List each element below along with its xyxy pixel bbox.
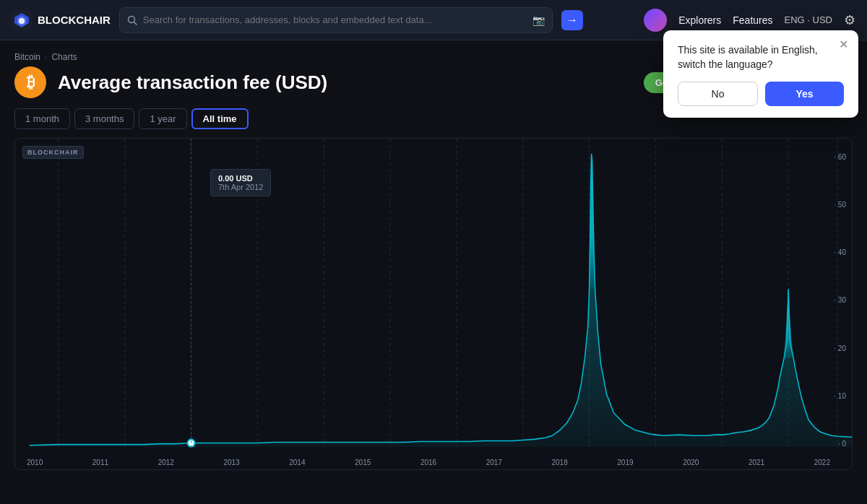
y-label-40: · 40 (834, 248, 846, 256)
x-label-2011: 2011 (92, 459, 108, 466)
y-label-30: · 30 (834, 296, 846, 304)
y-label-20: · 20 (834, 344, 846, 352)
popup-close-button[interactable]: ✕ (839, 38, 848, 51)
chart-tooltip: 0.00 USD 7th Apr 2012 (210, 169, 271, 196)
x-label-2022: 2022 (814, 459, 830, 466)
tooltip-date: 7th Apr 2012 (218, 183, 263, 191)
popup-no-button[interactable]: No (678, 82, 758, 106)
x-label-2021: 2021 (749, 459, 764, 466)
x-label-2018: 2018 (552, 459, 568, 466)
breadcrumb-sep: · (45, 52, 47, 62)
y-label-10: · 10 (834, 392, 846, 400)
svg-point-3 (19, 18, 25, 24)
y-label-0: · 0 (834, 440, 846, 448)
x-label-2014: 2014 (289, 459, 305, 466)
search-input[interactable] (143, 14, 527, 25)
x-label-2010: 2010 (27, 459, 43, 466)
user-avatar (644, 9, 667, 32)
chart-svg (15, 139, 852, 469)
y-label-50: · 50 (834, 201, 846, 209)
filter-alltime[interactable]: All time (191, 108, 249, 129)
popup-yes-button[interactable]: Yes (765, 82, 844, 106)
x-label-2019: 2019 (617, 459, 633, 466)
header-right: Explorers Features ENG · USD ⚙ (644, 9, 855, 32)
x-label-2015: 2015 (355, 459, 371, 466)
y-axis: · 60 · 50 · 40 · 30 · 20 · 10 · 0 (834, 139, 846, 469)
chart-container: BLOCKCHAIR (14, 138, 853, 470)
logo: BLOCKCHAIR (12, 10, 111, 30)
popup-buttons: No Yes (678, 82, 844, 106)
tooltip-value: 0.00 USD (218, 174, 263, 183)
logo-text: BLOCKCHAIR (38, 14, 111, 26)
x-label-2020: 2020 (683, 459, 699, 466)
blockchair-logo-icon (12, 10, 32, 30)
search-bar: 📷 (119, 7, 553, 33)
page-title: Average transaction fee (USD) (58, 71, 632, 94)
bitcoin-icon: ₿ (14, 66, 46, 98)
lang-selector[interactable]: ENG · USD (785, 14, 832, 25)
y-label-60: · 60 (834, 153, 846, 161)
camera-icon: 📷 (532, 14, 545, 26)
popup-text: This site is available in English, switc… (678, 43, 844, 71)
breadcrumb-bitcoin[interactable]: Bitcoin (14, 52, 40, 62)
x-label-2013: 2013 (223, 459, 239, 466)
settings-icon[interactable]: ⚙ (844, 12, 855, 28)
x-label-2012: 2012 (158, 459, 174, 466)
breadcrumb-charts[interactable]: Charts (51, 52, 77, 62)
x-label-2017: 2017 (486, 459, 502, 466)
chart-watermark: BLOCKCHAIR (22, 146, 84, 159)
svg-line-5 (134, 22, 137, 25)
filter-1month[interactable]: 1 month (14, 108, 70, 129)
features-button[interactable]: Features (733, 14, 772, 26)
x-axis: 2010 2011 2012 2013 2014 2015 2016 2017 … (27, 459, 830, 466)
filter-3months[interactable]: 3 months (74, 108, 134, 129)
search-icon (127, 15, 137, 25)
explorers-button[interactable]: Explorers (678, 14, 721, 26)
search-go-button[interactable]: → (561, 10, 583, 30)
language-popup: ✕ This site is available in English, swi… (663, 30, 858, 118)
filter-1year[interactable]: 1 year (139, 108, 186, 129)
x-label-2016: 2016 (420, 459, 436, 466)
